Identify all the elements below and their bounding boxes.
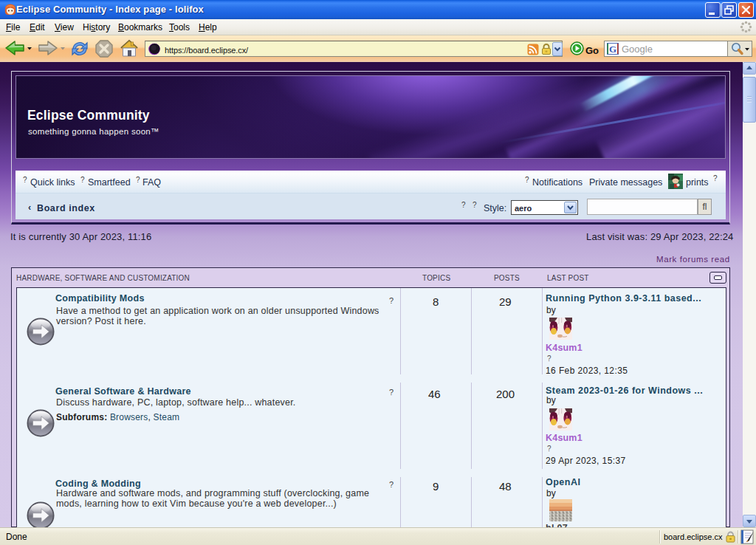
svg-text:G: G (609, 44, 616, 55)
